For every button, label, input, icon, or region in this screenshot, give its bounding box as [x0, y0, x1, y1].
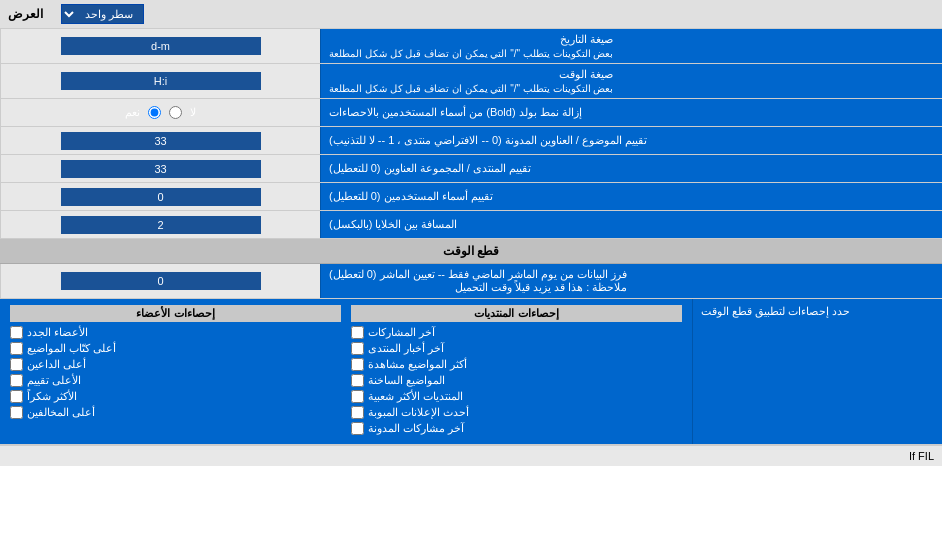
topic-addr-label: تقييم الموضوع / العناوين المدونة (0 -- ا… [320, 127, 942, 154]
col1-item-6-checkbox[interactable] [351, 422, 364, 435]
col1-item-0-checkbox[interactable] [351, 326, 364, 339]
time-format-row: صيغة الوقت بعض التكوينات يتطلب "/" التي … [0, 64, 942, 99]
list-item: الأكثر شكراً [10, 390, 341, 403]
cutoff-input[interactable] [61, 272, 261, 290]
list-item: أعلى الداعين [10, 358, 341, 371]
top-row-label: العرض [8, 7, 43, 21]
list-item: الأعلى تقييم [10, 374, 341, 387]
col2-item-1-checkbox[interactable] [10, 342, 23, 355]
list-item: أعلى كتّاب المواضيع [10, 342, 341, 355]
date-format-label: صيغة التاريخ بعض التكوينات يتطلب "/" الت… [320, 29, 942, 63]
col2-item-5-checkbox[interactable] [10, 406, 23, 419]
col1: إحصاءات المنتديات آخر المشاركات آخر أخبا… [351, 305, 682, 438]
cutoff-row: فرز البيانات من يوم الماشر الماضي فقط --… [0, 264, 942, 299]
col2-item-4-checkbox[interactable] [10, 390, 23, 403]
col1-item-1-checkbox[interactable] [351, 342, 364, 355]
gap-row: المسافة بين الخلايا (بالبكسل) [0, 211, 942, 239]
bold-no-label: لا [190, 106, 196, 119]
topic-addr-input-wrap [0, 127, 320, 154]
col2-item-2-checkbox[interactable] [10, 358, 23, 371]
bold-yes-radio[interactable] [148, 106, 161, 119]
col2-item-3-checkbox[interactable] [10, 374, 23, 387]
time-format-input-wrap [0, 64, 320, 98]
date-format-input-wrap [0, 29, 320, 63]
gap-input-wrap [0, 211, 320, 238]
list-item: أعلى المخالفين [10, 406, 341, 419]
topic-addr-input[interactable] [61, 132, 261, 150]
user-names-row: تقييم أسماء المستخدمين (0 للتعطيل) [0, 183, 942, 211]
col1-item-4-checkbox[interactable] [351, 390, 364, 403]
bold-remove-label: إزالة نمط بولد (Bold) من أسماء المستخدمي… [320, 99, 942, 126]
forum-addr-row: تقييم المنتدى / المجموعة العناوين (0 للت… [0, 155, 942, 183]
list-item: أكثر المواضيع مشاهدة [351, 358, 682, 371]
checkbox-columns: إحصاءات المنتديات آخر المشاركات آخر أخبا… [10, 305, 682, 438]
cutoff-label: فرز البيانات من يوم الماشر الماضي فقط --… [320, 264, 942, 298]
col2-item-0-checkbox[interactable] [10, 326, 23, 339]
col1-item-5-checkbox[interactable] [351, 406, 364, 419]
stats-row: حدد إحصاءات لتطبيق قطع الوقت إحصاءات الم… [0, 299, 942, 445]
time-format-input[interactable] [61, 72, 261, 90]
list-item: الأعضاء الجدد [10, 326, 341, 339]
list-item: آخر المشاركات [351, 326, 682, 339]
list-item: المنتديات الأكثر شعبية [351, 390, 682, 403]
bold-remove-row: إزالة نمط بولد (Bold) من أسماء المستخدمي… [0, 99, 942, 127]
if-fil-text: If FIL [909, 450, 934, 462]
bold-radio-group: لا نعم [117, 104, 204, 121]
gap-label: المسافة بين الخلايا (بالبكسل) [320, 211, 942, 238]
date-format-row: صيغة التاريخ بعض التكوينات يتطلب "/" الت… [0, 29, 942, 64]
forum-addr-label: تقييم المنتدى / المجموعة العناوين (0 للت… [320, 155, 942, 182]
list-item: آخر أخبار المنتدى [351, 342, 682, 355]
top-row: سطر واحد العرض [0, 0, 942, 29]
forum-addr-input-wrap [0, 155, 320, 182]
bold-remove-input-wrap: لا نعم [0, 99, 320, 126]
main-container: سطر واحد العرض صيغة التاريخ بعض التكوينا… [0, 0, 942, 466]
stats-checkboxes: إحصاءات المنتديات آخر المشاركات آخر أخبا… [0, 299, 692, 444]
bold-yes-label: نعم [125, 106, 140, 119]
user-names-input[interactable] [61, 188, 261, 206]
list-item: المواضيع الساخنة [351, 374, 682, 387]
stats-apply-label: حدد إحصاءات لتطبيق قطع الوقت [692, 299, 942, 444]
col1-header: إحصاءات المنتديات [351, 305, 682, 322]
col2-header: إحصاءات الأعضاء [10, 305, 341, 322]
topic-addr-row: تقييم الموضوع / العناوين المدونة (0 -- ا… [0, 127, 942, 155]
list-item: أحدث الإعلانات المبوبة [351, 406, 682, 419]
bold-no-radio[interactable] [169, 106, 182, 119]
col2: إحصاءات الأعضاء الأعضاء الجدد أعلى كتّاب… [10, 305, 341, 438]
list-item: آخر مشاركات المدونة [351, 422, 682, 435]
user-names-label: تقييم أسماء المستخدمين (0 للتعطيل) [320, 183, 942, 210]
gap-input[interactable] [61, 216, 261, 234]
forum-addr-input[interactable] [61, 160, 261, 178]
date-format-input[interactable] [61, 37, 261, 55]
user-names-input-wrap [0, 183, 320, 210]
col1-item-3-checkbox[interactable] [351, 374, 364, 387]
col1-item-2-checkbox[interactable] [351, 358, 364, 371]
cutoff-input-wrap [0, 264, 320, 298]
time-format-label: صيغة الوقت بعض التكوينات يتطلب "/" التي … [320, 64, 942, 98]
display-select[interactable]: سطر واحد [61, 4, 144, 24]
cutoff-section-header: قطع الوقت [0, 239, 942, 264]
if-fil-row: If FIL [0, 445, 942, 466]
